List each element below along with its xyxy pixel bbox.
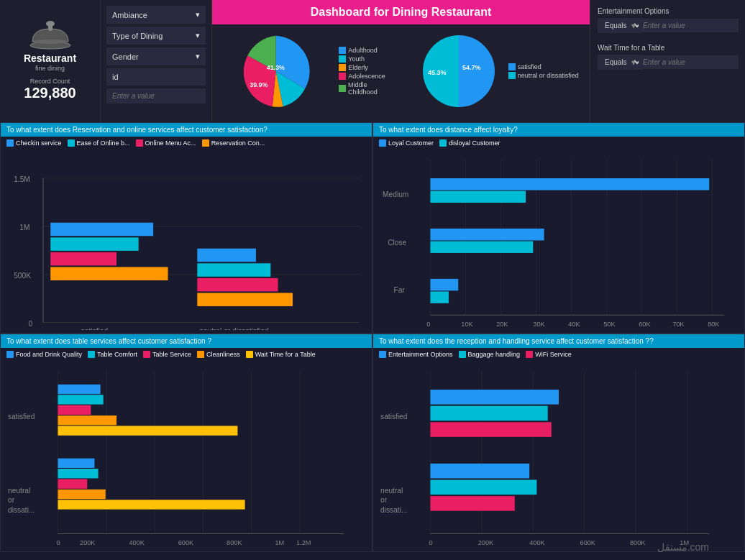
svg-text:500K: 500K [14, 272, 31, 280]
svg-text:Far: Far [393, 286, 405, 294]
ambiance-filter[interactable]: Ambiance ▾ [106, 6, 206, 24]
svg-text:40K: 40K [568, 321, 580, 328]
chart-reception-legend: Entertainment Options Baggage handling W… [373, 348, 744, 361]
chevron-down-icon: ▾ [631, 21, 636, 31]
svg-rect-76 [58, 416, 116, 425]
watermark: مستقل.com [657, 541, 709, 553]
chevron-down-icon: ▾ [631, 58, 636, 68]
svg-rect-50 [430, 229, 544, 240]
svg-text:1.5M: 1.5M [14, 175, 30, 183]
svg-rect-103 [430, 464, 529, 479]
svg-text:Medium: Medium [383, 191, 408, 198]
svg-rect-48 [430, 178, 709, 190]
svg-rect-104 [430, 479, 536, 495]
svg-rect-24 [197, 293, 293, 306]
chevron-down-icon: ▾ [196, 10, 200, 19]
chart-table-services-legend: Food and Drink Quality Table Comfort Tab… [1, 348, 372, 361]
svg-text:10K: 10K [461, 321, 473, 328]
chart-table-services-header: To what extent does table services affec… [1, 334, 372, 348]
svg-text:dissati...: dissati... [8, 506, 35, 514]
chart-distance-header: To what extent does distance affect loya… [373, 123, 744, 137]
left-filters: Ambiance ▾ Type of Dining ▾ Gender ▾ id [101, 0, 212, 122]
svg-text:neutral: neutral [380, 487, 403, 495]
record-count-block: Record Count 129,880 [24, 78, 76, 101]
chart-distance: To what extent does distance affect loya… [372, 122, 745, 334]
svg-text:or: or [380, 496, 388, 504]
pie-chart-2: 54.7% 45.3% satisfied neutral or dissati… [401, 24, 590, 118]
entertainment-options-label: Entertainment Options [598, 7, 738, 15]
svg-rect-101 [430, 406, 547, 421]
svg-rect-23 [197, 278, 278, 292]
wait-time-label: Wait Time for a Table [598, 44, 738, 52]
svg-rect-51 [430, 241, 533, 252]
id-filter-input[interactable] [106, 88, 206, 104]
svg-text:or: or [8, 496, 15, 504]
svg-text:400K: 400K [129, 539, 145, 546]
svg-rect-79 [58, 469, 98, 478]
svg-text:Close: Close [388, 239, 406, 247]
svg-rect-74 [58, 395, 103, 404]
svg-text:0: 0 [426, 321, 430, 328]
chart-table-services: To what extent does table services affec… [0, 334, 372, 552]
svg-text:400K: 400K [529, 539, 545, 546]
restaurant-icon [29, 21, 72, 50]
svg-text:200K: 200K [478, 539, 494, 546]
chart-reception-content: satisfied neutral or dissati... 0 200K 4… [373, 361, 744, 551]
chart-reservation-legend: Checkin service Ease of Online b... Onli… [1, 137, 372, 150]
svg-text:satisfied: satisfied [380, 413, 408, 421]
svg-rect-105 [430, 496, 514, 511]
type-of-dining-filter[interactable]: Type of Dining ▾ [106, 27, 206, 45]
svg-text:800K: 800K [630, 539, 646, 546]
svg-rect-21 [197, 249, 256, 262]
svg-text:0: 0 [429, 539, 432, 546]
svg-text:dissati...: dissati... [380, 506, 407, 514]
svg-text:600K: 600K [580, 539, 596, 546]
svg-point-3 [46, 21, 55, 27]
svg-rect-82 [58, 500, 244, 509]
dashboard-title: Dashboard for Dining Restaurant [212, 0, 590, 24]
chevron-down-icon: ▾ [196, 52, 200, 61]
svg-text:satisfied: satisfied [8, 413, 35, 421]
svg-rect-52 [430, 279, 458, 290]
logo-restaurant-text: Restaurant [24, 52, 76, 65]
svg-text:1.2M: 1.2M [296, 539, 311, 546]
svg-text:0: 0 [29, 320, 33, 328]
chart-reservation-content: 0 500K 1M 1.5M satisfied [1, 150, 372, 333]
svg-rect-81 [58, 490, 105, 499]
svg-text:70K: 70K [672, 321, 685, 328]
svg-text:800K: 800K [227, 539, 242, 546]
svg-point-1 [32, 40, 68, 44]
id-filter[interactable]: id [106, 68, 206, 86]
entertainment-equals-select[interactable]: Equals [598, 18, 643, 33]
svg-rect-75 [58, 405, 91, 414]
svg-text:39.9%: 39.9% [250, 81, 268, 88]
svg-rect-100 [430, 390, 559, 405]
svg-text:600K: 600K [178, 539, 194, 546]
svg-text:neutral: neutral [8, 487, 30, 495]
svg-text:60K: 60K [639, 321, 651, 328]
svg-rect-19 [50, 267, 168, 280]
gender-filter[interactable]: Gender ▾ [106, 47, 206, 65]
svg-rect-16 [50, 223, 153, 237]
chart-reception: To what extent does the reception and ha… [372, 334, 745, 552]
chart-reservation-header: To what extent does Reservation and onli… [1, 123, 372, 137]
pie-chart-1: 41.3% 39.9% Adulthood Youth Elderly Adol… [212, 24, 401, 118]
chart-distance-legend: Loyal Customer disloyal Customer [373, 137, 744, 150]
svg-text:30K: 30K [533, 321, 545, 328]
svg-text:1M: 1M [19, 224, 29, 231]
svg-text:50K: 50K [603, 321, 616, 328]
chart-table-services-content: satisfied neutral or dissati... 0 200K 4… [1, 361, 372, 551]
wait-time-equals-select[interactable]: Equals [598, 55, 643, 70]
svg-rect-102 [430, 422, 551, 437]
svg-rect-17 [50, 237, 138, 251]
svg-text:200K: 200K [80, 539, 96, 546]
record-count-label: Record Count [24, 78, 76, 85]
chart-reservation: To what extent does Reservation and onli… [0, 122, 372, 334]
wait-time-value-input[interactable] [639, 55, 739, 69]
chart-distance-content: Medium Close Far 0 10K 20K 30K 40K 50K 6… [373, 150, 744, 333]
right-filters: Entertainment Options Equals ▾ Wait Time… [590, 0, 745, 122]
entertainment-value-input[interactable] [639, 19, 739, 32]
chevron-down-icon: ▾ [196, 31, 200, 40]
svg-rect-73 [58, 385, 100, 394]
svg-text:54.7%: 54.7% [462, 64, 481, 71]
